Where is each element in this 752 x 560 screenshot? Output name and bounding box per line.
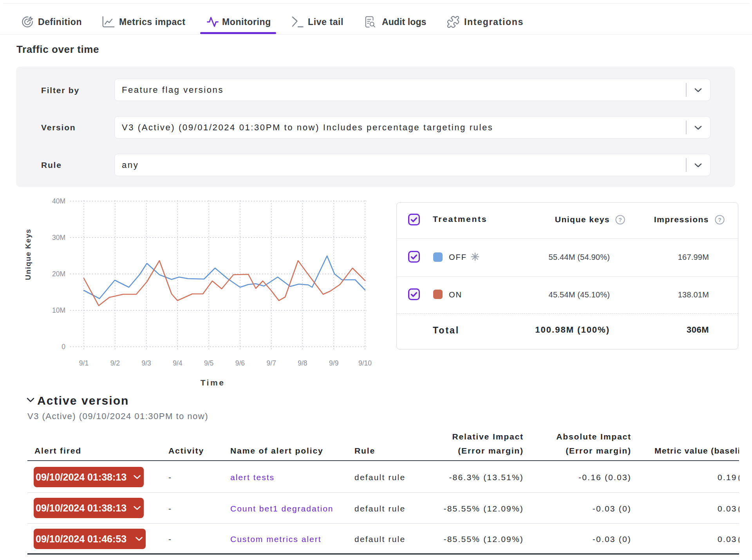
svg-text:Unique Keys: Unique Keys (24, 229, 32, 280)
svg-text:30M: 30M (52, 234, 65, 241)
svg-text:9/7: 9/7 (267, 359, 276, 367)
svg-text:9/10: 9/10 (358, 359, 372, 367)
svg-text:10M: 10M (52, 306, 65, 314)
svg-text:?: ? (718, 217, 721, 223)
svg-text:9/4: 9/4 (173, 359, 183, 367)
svg-text:0: 0 (61, 343, 65, 351)
svg-text:9/3: 9/3 (141, 359, 151, 367)
svg-text:20M: 20M (52, 270, 65, 278)
svg-text:9/2: 9/2 (110, 359, 120, 367)
svg-text:9/1: 9/1 (79, 359, 89, 367)
svg-text:9/9: 9/9 (329, 359, 338, 367)
svg-text:40M: 40M (52, 197, 65, 205)
svg-text:9/5: 9/5 (204, 359, 213, 367)
svg-text:9/6: 9/6 (235, 359, 245, 367)
svg-text:9/8: 9/8 (298, 359, 307, 367)
svg-text:Time: Time (201, 378, 225, 387)
svg-text:?: ? (618, 217, 622, 223)
